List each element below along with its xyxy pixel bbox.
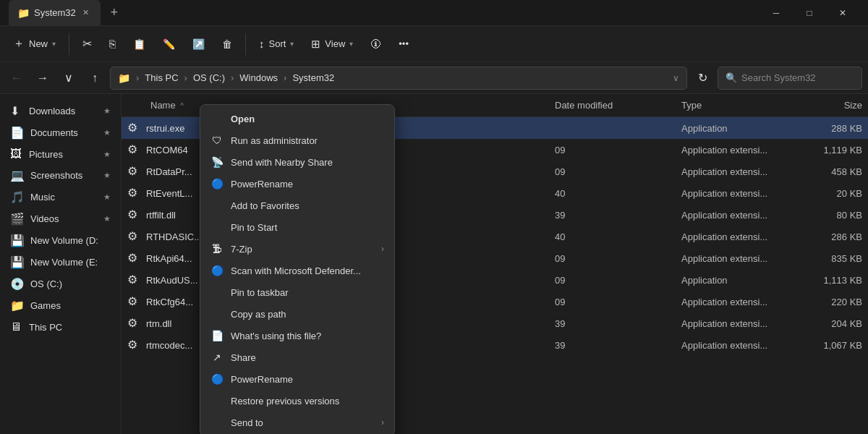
- ctx-item-label: What's using this file?: [231, 331, 321, 341]
- address-bar[interactable]: 📁 › This PC › OS (C:) › Windows › System…: [110, 67, 687, 90]
- context-menu-item-run-admin[interactable]: 🛡 Run as administrator: [200, 129, 394, 151]
- context-menu-item-powerrename1[interactable]: 🔵 PowerRename: [200, 173, 394, 195]
- file-icon: ⚙: [127, 316, 142, 331]
- file-icon: ⚙: [127, 164, 142, 179]
- file-size: 1,113 KB: [797, 275, 862, 286]
- pin-icon: ★: [103, 192, 111, 202]
- context-menu-item-add-favorites[interactable]: Add to Favorites: [200, 195, 394, 216]
- ctx-item-icon: ↗: [210, 351, 224, 364]
- file-date: 40: [555, 188, 681, 199]
- sidebar-item-downloads[interactable]: ⬇ Downloads ★: [3, 101, 118, 122]
- file-name: RTHDASIC...: [146, 231, 202, 242]
- context-menu-item-send-to[interactable]: Send to ›: [200, 412, 394, 433]
- sidebar-item-icon: 💾: [10, 234, 25, 247]
- sidebar-item-pictures[interactable]: 🖼 Pictures ★: [3, 144, 118, 164]
- file-icon: ⚙: [127, 251, 142, 265]
- ctx-item-label: Pin to taskbar: [231, 287, 289, 298]
- expand-button[interactable]: ∨: [58, 67, 80, 89]
- cut-button[interactable]: ✂: [75, 33, 99, 55]
- file-date: 39: [555, 340, 681, 351]
- context-menu-item-pin-taskbar[interactable]: Pin to taskbar: [200, 281, 394, 303]
- context-menu-item-defender[interactable]: 🔵 Scan with Microsoft Defender...: [200, 260, 394, 281]
- context-menu-item-pin-start[interactable]: Pin to Start: [200, 216, 394, 238]
- minimize-button[interactable]: ─: [760, 0, 793, 26]
- share-button[interactable]: ↗️: [185, 34, 212, 54]
- sidebar-item-newvolumed[interactable]: 💾 New Volume (D:: [3, 230, 118, 251]
- file-icon: ⚙: [127, 229, 142, 244]
- context-menu-item-share[interactable]: ↗ Share: [200, 346, 394, 368]
- context-menu-item-restore-versions[interactable]: Restore previous versions: [200, 390, 394, 412]
- file-icon: ⚙: [127, 208, 142, 222]
- toolbar-separator-2: [245, 33, 246, 55]
- sort-button[interactable]: ↕ Sort ▾: [252, 33, 301, 54]
- ctx-item-icon: 📄: [210, 329, 224, 342]
- refresh-button[interactable]: ↻: [692, 67, 713, 89]
- context-menu-item-copy-path[interactable]: Copy as path: [200, 303, 394, 325]
- context-menu-item-powerrename2[interactable]: 🔵 PowerRename: [200, 368, 394, 390]
- up-button[interactable]: ↑: [84, 67, 106, 89]
- file-date: 09: [555, 166, 681, 177]
- tab-bar: 📁 System32 ✕ +: [9, 0, 125, 26]
- main-content: ⬇ Downloads ★ 📄 Documents ★ 🖼 Pictures ★…: [0, 94, 868, 434]
- column-header-size[interactable]: Size: [797, 100, 862, 111]
- file-name: RtkCfg64...: [146, 297, 193, 307]
- copy-button[interactable]: ⎘: [102, 33, 123, 54]
- ctx-item-label: Send to: [231, 417, 263, 428]
- file-icon: ⚙: [127, 186, 142, 200]
- close-button[interactable]: ✕: [826, 0, 859, 26]
- new-icon: ＋: [13, 36, 25, 51]
- file-type: Application extensi...: [681, 231, 797, 242]
- sidebar-item-music[interactable]: 🎵 Music ★: [3, 187, 118, 208]
- search-placeholder: Search System32: [741, 72, 816, 83]
- file-date: 09: [555, 253, 681, 264]
- rename-button[interactable]: ✏️: [156, 34, 182, 54]
- ctx-item-icon: 🔵: [210, 373, 224, 386]
- tab-close-button[interactable]: ✕: [80, 7, 92, 19]
- address-expand-button[interactable]: ∨: [673, 73, 679, 83]
- view-button[interactable]: ⊞ View ▾: [304, 33, 360, 55]
- add-tab-button[interactable]: +: [103, 2, 125, 24]
- header-spacer: [127, 98, 146, 113]
- file-type: Application extensi...: [681, 188, 797, 199]
- file-size: 204 KB: [797, 318, 862, 329]
- delete-button[interactable]: 🗑: [215, 34, 239, 54]
- sidebar-item-documents[interactable]: 📄 Documents ★: [3, 122, 118, 143]
- file-date: 09: [555, 297, 681, 307]
- sidebar-item-label: Music: [30, 192, 55, 203]
- active-tab[interactable]: 📁 System32 ✕: [9, 0, 101, 26]
- sidebar-item-icon: 💻: [10, 169, 25, 182]
- sidebar-item-icon: 🎬: [10, 212, 25, 226]
- sidebar-item-newvolumee[interactable]: 💾 New Volume (E:: [3, 252, 118, 273]
- paste-button[interactable]: 📋: [126, 34, 153, 54]
- context-menu-item-nearby-share[interactable]: 📡 Send with Nearby Share: [200, 151, 394, 173]
- pin-icon: ★: [103, 214, 111, 224]
- context-menu-item-7zip[interactable]: 🗜 7-Zip ›: [200, 238, 394, 260]
- context-menu-item-whats-using[interactable]: 📄 What's using this file?: [200, 325, 394, 346]
- file-type: Application extensi...: [681, 253, 797, 264]
- back-button[interactable]: ←: [6, 67, 27, 89]
- forward-button[interactable]: →: [32, 67, 54, 89]
- sidebar-item-videos[interactable]: 🎬 Videos ★: [3, 208, 118, 229]
- toolbar-separator-1: [69, 33, 69, 55]
- file-icon: ⚙: [127, 294, 142, 309]
- sidebar-item-icon: 🖼: [10, 148, 23, 161]
- new-button[interactable]: ＋ New ▾: [6, 32, 63, 56]
- share-icon: ↗️: [192, 38, 205, 50]
- ctx-item-label: Open: [231, 114, 255, 124]
- ctx-item-icon: 🔵: [210, 177, 224, 190]
- sidebar-item-screenshots[interactable]: 💻 Screenshots ★: [3, 165, 118, 186]
- sidebar-item-thispc[interactable]: 🖥 This PC: [3, 317, 118, 337]
- ctx-item-icon: [210, 394, 224, 407]
- column-header-date[interactable]: Date modified: [555, 100, 681, 111]
- context-menu-item-open[interactable]: Open: [200, 108, 394, 129]
- sidebar-item-icon: 📁: [10, 299, 25, 312]
- column-header-type[interactable]: Type: [681, 100, 797, 111]
- search-box[interactable]: 🔍 Search System32: [718, 67, 862, 90]
- details-button[interactable]: 🛈: [363, 33, 388, 54]
- sidebar-item-osc[interactable]: 💿 OS (C:): [3, 273, 118, 294]
- more-button[interactable]: •••: [391, 34, 416, 54]
- sidebar-item-games[interactable]: 📁 Games: [3, 295, 118, 316]
- ctx-item-label: Send with Nearby Share: [231, 157, 333, 168]
- maximize-button[interactable]: □: [793, 0, 826, 26]
- file-type: Application extensi...: [681, 297, 797, 307]
